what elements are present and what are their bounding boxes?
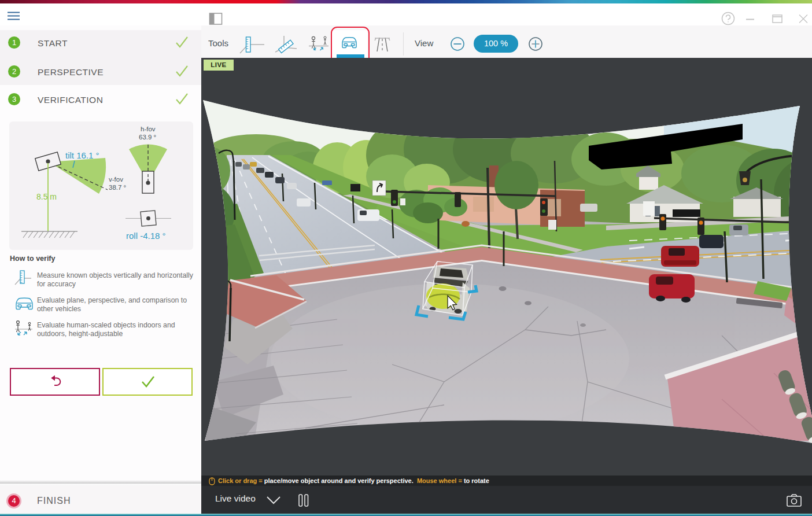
svg-text:v-fov: v-fov xyxy=(109,176,123,183)
svg-text:63.9 °: 63.9 ° xyxy=(139,134,156,141)
svg-text:h-fov: h-fov xyxy=(141,126,156,132)
svg-text:38.7 °: 38.7 ° xyxy=(109,184,126,191)
svg-text:roll -4.18 °: roll -4.18 ° xyxy=(126,231,166,241)
svg-text:tilt 16.1 °: tilt 16.1 ° xyxy=(65,150,99,160)
svg-text:8.5 m: 8.5 m xyxy=(36,192,57,201)
